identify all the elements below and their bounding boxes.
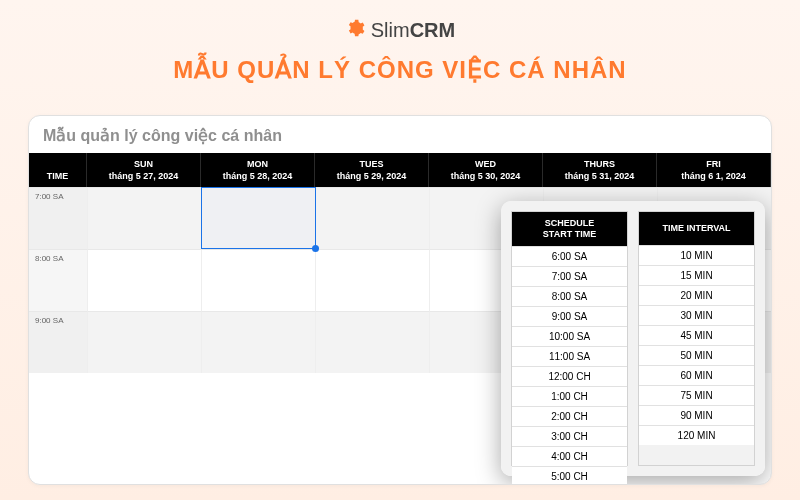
start-time-header: SCHEDULE START TIME (512, 212, 627, 246)
calendar-header: TIME SUNtháng 5 27, 2024 MONtháng 5 28, … (29, 153, 771, 187)
interval-column: TIME INTERVAL 10 MIN 15 MIN 20 MIN 30 MI… (638, 211, 755, 466)
calendar-cell[interactable] (87, 311, 201, 373)
start-time-option[interactable]: 7:00 SA (512, 266, 627, 286)
page-headline: MẪU QUẢN LÝ CÔNG VIỆC CÁ NHÂN (0, 56, 800, 84)
card-title: Mẫu quản lý công việc cá nhân (29, 116, 771, 153)
interval-option[interactable]: 45 MIN (639, 325, 754, 345)
calendar-cell[interactable] (201, 249, 315, 311)
start-time-option[interactable]: 8:00 SA (512, 286, 627, 306)
interval-option[interactable]: 120 MIN (639, 425, 754, 445)
start-time-option[interactable]: 5:00 CH (512, 466, 627, 485)
interval-option[interactable]: 20 MIN (639, 285, 754, 305)
start-time-option[interactable]: 3:00 CH (512, 426, 627, 446)
interval-option[interactable]: 30 MIN (639, 305, 754, 325)
calendar-cell[interactable] (201, 187, 315, 249)
logo: SlimCRM (0, 0, 800, 42)
interval-option[interactable]: 60 MIN (639, 365, 754, 385)
start-time-option[interactable]: 12:00 CH (512, 366, 627, 386)
day-header[interactable]: SUNtháng 5 27, 2024 (87, 153, 201, 187)
start-time-option[interactable]: 4:00 CH (512, 446, 627, 466)
interval-option[interactable]: 15 MIN (639, 265, 754, 285)
start-time-option[interactable]: 1:00 CH (512, 386, 627, 406)
interval-option[interactable]: 10 MIN (639, 245, 754, 265)
day-header[interactable]: THURStháng 5 31, 2024 (543, 153, 657, 187)
template-card: Mẫu quản lý công việc cá nhân TIME SUNth… (28, 115, 772, 485)
hour-label: 8:00 SA (29, 249, 87, 311)
calendar-cell[interactable] (87, 249, 201, 311)
start-time-option[interactable]: 11:00 SA (512, 346, 627, 366)
interval-option[interactable]: 75 MIN (639, 385, 754, 405)
day-header[interactable]: FRItháng 6 1, 2024 (657, 153, 771, 187)
interval-header: TIME INTERVAL (639, 212, 754, 245)
calendar-cell[interactable] (201, 311, 315, 373)
start-time-option[interactable]: 6:00 SA (512, 246, 627, 266)
start-time-option[interactable]: 2:00 CH (512, 406, 627, 426)
day-header[interactable]: WEDtháng 5 30, 2024 (429, 153, 543, 187)
interval-option[interactable]: 90 MIN (639, 405, 754, 425)
gear-icon (345, 18, 365, 42)
time-header: TIME (29, 153, 87, 187)
day-header[interactable]: TUEStháng 5 29, 2024 (315, 153, 429, 187)
calendar-cell[interactable] (315, 249, 429, 311)
hour-label: 9:00 SA (29, 311, 87, 373)
calendar-cell[interactable] (315, 187, 429, 249)
brand-name: SlimCRM (371, 19, 455, 42)
start-time-option[interactable]: 10:00 SA (512, 326, 627, 346)
schedule-popover: SCHEDULE START TIME 6:00 SA 7:00 SA 8:00… (501, 201, 765, 476)
start-time-column: SCHEDULE START TIME 6:00 SA 7:00 SA 8:00… (511, 211, 628, 466)
calendar-cell[interactable] (87, 187, 201, 249)
interval-option[interactable]: 50 MIN (639, 345, 754, 365)
day-header[interactable]: MONtháng 5 28, 2024 (201, 153, 315, 187)
start-time-option[interactable]: 9:00 SA (512, 306, 627, 326)
calendar-cell[interactable] (315, 311, 429, 373)
hour-label: 7:00 SA (29, 187, 87, 249)
